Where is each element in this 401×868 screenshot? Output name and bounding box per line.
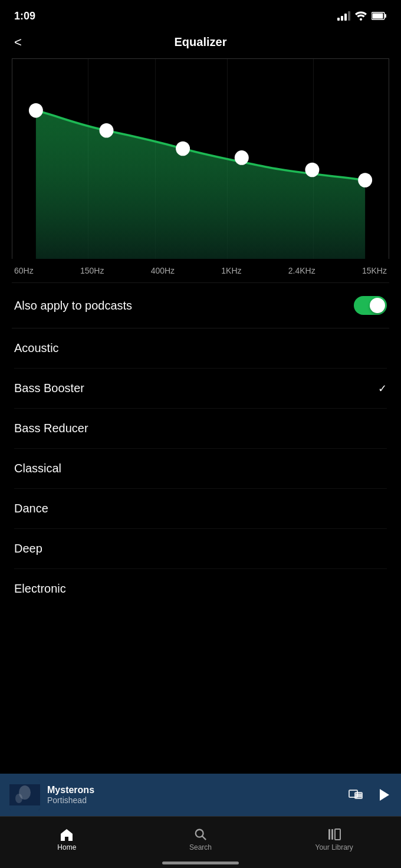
now-playing-artist: Portishead <box>47 795 341 805</box>
tab-home[interactable]: Home <box>0 822 134 851</box>
preset-name-electronic: Electronic <box>14 582 66 596</box>
podcast-toggle-row[interactable]: Also apply to podcasts <box>0 283 401 328</box>
back-button[interactable]: < <box>14 35 22 50</box>
podcast-toggle-switch[interactable] <box>354 296 387 315</box>
header: < Equalizer <box>0 29 401 58</box>
preset-name-bass-reducer: Bass Reducer <box>14 422 88 435</box>
equalizer-chart[interactable]: 60Hz 150Hz 400Hz 1KHz 2.4KHz 15KHz <box>0 58 401 282</box>
freq-15khz: 15KHz <box>362 266 387 275</box>
svg-point-7 <box>235 150 249 165</box>
status-time: 1:09 <box>14 10 35 22</box>
svg-marker-17 <box>380 789 389 801</box>
freq-60hz: 60Hz <box>14 266 34 275</box>
wifi-icon <box>355 11 367 21</box>
preset-name-deep: Deep <box>14 542 42 555</box>
eq-canvas[interactable] <box>12 58 389 259</box>
preset-bass-reducer[interactable]: Bass Reducer <box>14 409 387 449</box>
eq-curve-svg <box>12 59 389 259</box>
svg-point-18 <box>196 829 203 837</box>
tab-search[interactable]: Search <box>134 822 268 851</box>
page-title: Equalizer <box>175 35 227 49</box>
home-indicator <box>162 862 239 864</box>
svg-rect-16 <box>356 794 361 798</box>
now-playing-bar[interactable]: Mysterons Portishead <box>0 774 401 816</box>
preset-name-dance: Dance <box>14 502 48 515</box>
signal-icon <box>337 11 350 21</box>
preset-electronic[interactable]: Electronic <box>14 569 387 609</box>
checkmark-icon: ✓ <box>378 382 387 395</box>
library-icon <box>327 828 341 841</box>
svg-rect-2 <box>384 14 386 18</box>
svg-point-8 <box>305 163 319 177</box>
status-bar: 1:09 <box>0 0 401 29</box>
freq-1khz: 1KHz <box>221 266 241 275</box>
preset-bass-booster[interactable]: Bass Booster ✓ <box>14 369 387 409</box>
svg-point-4 <box>29 103 43 118</box>
svg-point-9 <box>358 173 372 188</box>
tab-library-label: Your Library <box>315 843 353 851</box>
preset-name-acoustic: Acoustic <box>14 341 59 355</box>
search-icon <box>194 828 207 841</box>
now-playing-title: Mysterons <box>47 785 341 795</box>
play-icon[interactable] <box>376 787 392 803</box>
svg-line-19 <box>202 836 206 840</box>
now-playing-thumbnail <box>9 780 40 810</box>
svg-point-0 <box>360 18 362 21</box>
preset-acoustic[interactable]: Acoustic <box>14 328 387 369</box>
svg-point-13 <box>15 794 22 803</box>
eq-frequency-labels: 60Hz 150Hz 400Hz 1KHz 2.4KHz 15KHz <box>12 261 389 275</box>
svg-point-6 <box>176 142 190 156</box>
status-icons <box>337 11 387 21</box>
podcast-toggle-label: Also apply to podcasts <box>14 299 132 313</box>
preset-dance[interactable]: Dance <box>14 489 387 529</box>
svg-point-5 <box>100 123 114 138</box>
now-playing-info: Mysterons Portishead <box>40 785 348 805</box>
connect-icon[interactable] <box>348 787 364 803</box>
svg-rect-22 <box>335 829 340 840</box>
freq-400hz: 400Hz <box>151 266 175 275</box>
tab-library[interactable]: Your Library <box>267 822 401 851</box>
tab-home-label: Home <box>57 843 76 851</box>
battery-icon <box>372 12 387 20</box>
preset-deep[interactable]: Deep <box>14 529 387 569</box>
svg-rect-3 <box>373 14 383 19</box>
home-icon <box>60 828 74 841</box>
preset-list: Acoustic Bass Booster ✓ Bass Reducer Cla… <box>0 328 401 609</box>
toggle-knob <box>370 298 385 313</box>
tab-bar: Home Search Your Library <box>0 816 401 868</box>
preset-name-bass-booster: Bass Booster <box>14 382 84 395</box>
svg-rect-20 <box>328 829 330 840</box>
now-playing-controls <box>348 787 392 803</box>
preset-name-classical: Classical <box>14 462 61 475</box>
svg-rect-21 <box>331 829 333 840</box>
tab-search-label: Search <box>189 843 212 851</box>
preset-classical[interactable]: Classical <box>14 449 387 489</box>
freq-150hz: 150Hz <box>80 266 104 275</box>
freq-24khz: 2.4KHz <box>288 266 315 275</box>
